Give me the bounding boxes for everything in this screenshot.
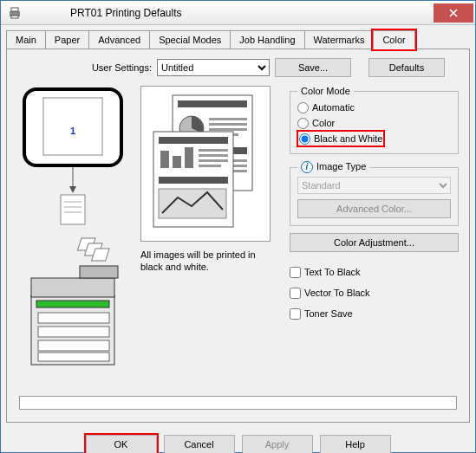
svg-rect-18 <box>38 327 109 337</box>
svg-rect-1 <box>11 8 18 11</box>
svg-rect-42 <box>199 165 221 167</box>
ok-button[interactable]: OK <box>86 435 157 453</box>
tab-main[interactable]: Main <box>6 30 46 49</box>
dialog-buttons: OK Cancel Apply Help <box>1 428 475 453</box>
info-icon: i <box>301 161 313 173</box>
tab-paper[interactable]: Paper <box>45 30 89 49</box>
check-vector-to-black[interactable]: Vector To Black <box>290 285 459 301</box>
preview-pages-column: All images will be printed in black and … <box>140 86 279 373</box>
tab-watermarks[interactable]: Watermarks <box>304 30 375 49</box>
titlebar: PRT01 Printing Defaults <box>1 1 475 25</box>
tab-panel-color: User Settings: Untitled Save... Defaults… <box>6 49 470 423</box>
radio-black-and-white[interactable]: Black and White <box>299 131 382 146</box>
save-button[interactable]: Save... <box>275 58 351 77</box>
preview-page-number: 1 <box>70 126 75 136</box>
svg-rect-38 <box>185 147 193 168</box>
svg-rect-16 <box>36 301 109 307</box>
svg-rect-40 <box>199 154 228 157</box>
status-strip <box>19 396 457 410</box>
tab-color[interactable]: Color <box>373 30 414 49</box>
user-settings-select[interactable]: Untitled <box>157 59 270 76</box>
svg-rect-39 <box>199 149 228 152</box>
svg-rect-36 <box>160 151 169 168</box>
options-column: Color Mode Automatic Color Black and Whi… <box>290 86 459 373</box>
svg-rect-7 <box>61 195 85 224</box>
check-toner-save[interactable]: Toner Save <box>290 306 459 321</box>
svg-rect-27 <box>209 128 247 131</box>
advanced-color-button: Advanced Color... <box>297 199 451 218</box>
image-type-group: iImage Type Standard Advanced Color... <box>290 161 459 226</box>
cancel-button[interactable]: Cancel <box>164 435 235 453</box>
image-type-select: Standard <box>297 177 451 194</box>
radio-color[interactable]: Color <box>297 115 451 131</box>
tab-special-modes[interactable]: Special Modes <box>149 30 231 49</box>
svg-rect-37 <box>173 156 181 168</box>
svg-rect-23 <box>178 100 247 107</box>
apply-button: Apply <box>242 435 313 453</box>
printer-icon <box>8 6 22 20</box>
tab-job-handling[interactable]: Job Handling <box>230 30 304 49</box>
check-text-to-black[interactable]: Text To Black <box>290 264 459 280</box>
user-settings-label: User Settings: <box>17 62 152 73</box>
page-sample-preview <box>140 86 271 242</box>
svg-marker-6 <box>69 186 76 193</box>
defaults-button[interactable]: Defaults <box>368 58 445 77</box>
svg-rect-21 <box>80 266 118 278</box>
svg-rect-35 <box>159 137 228 144</box>
svg-rect-20 <box>38 353 109 361</box>
help-button[interactable]: Help <box>320 435 391 453</box>
image-type-legend: iImage Type <box>297 161 369 173</box>
color-mode-legend: Color Mode <box>297 86 354 96</box>
svg-rect-19 <box>38 340 109 351</box>
color-adjustment-button[interactable]: Color Adjustment... <box>290 233 459 252</box>
preview-printer-column: 1 <box>17 86 130 373</box>
svg-rect-26 <box>209 123 247 126</box>
svg-rect-17 <box>38 313 109 323</box>
close-button[interactable] <box>434 3 473 23</box>
svg-rect-15 <box>31 278 114 297</box>
radio-automatic[interactable]: Automatic <box>297 100 451 115</box>
user-settings-row: User Settings: Untitled Save... Defaults <box>17 58 459 77</box>
preview-description: All images will be printed in black and … <box>140 249 279 274</box>
svg-rect-41 <box>199 159 228 162</box>
svg-rect-43 <box>159 177 228 184</box>
window-title: PRT01 Printing Defaults <box>27 7 434 19</box>
tabstrip: Main Paper Advanced Special Modes Job Ha… <box>1 25 475 49</box>
dialog-window: PRT01 Printing Defaults Main Paper Advan… <box>0 0 476 453</box>
svg-rect-25 <box>209 118 247 120</box>
tab-advanced[interactable]: Advanced <box>88 30 150 49</box>
printer-preview-illustration: 1 <box>17 86 128 372</box>
color-mode-group: Color Mode Automatic Color Black and Whi… <box>290 86 459 154</box>
svg-rect-2 <box>11 16 18 18</box>
svg-rect-44 <box>159 189 226 218</box>
